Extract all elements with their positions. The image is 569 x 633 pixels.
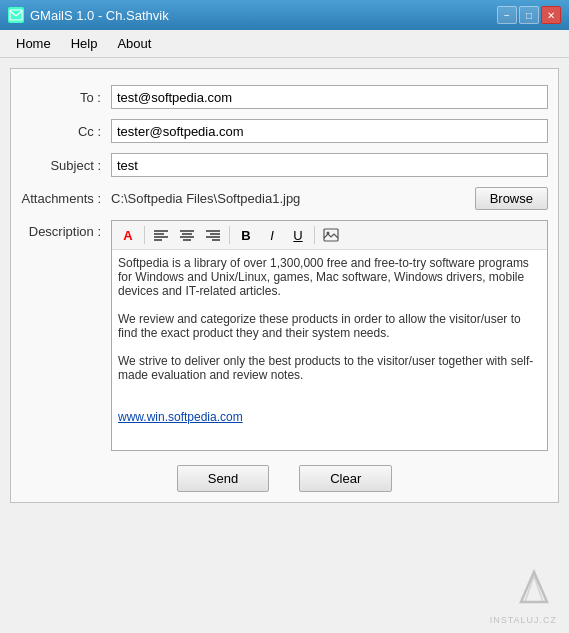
to-label: To :	[21, 90, 111, 105]
maximize-button[interactable]: □	[519, 6, 539, 24]
window-controls: − □ ✕	[497, 6, 561, 24]
align-left-button[interactable]	[149, 224, 173, 246]
subject-input[interactable]	[111, 153, 548, 177]
browse-button[interactable]: Browse	[475, 187, 548, 210]
menu-bar: Home Help About	[0, 30, 569, 58]
toolbar-sep-2	[229, 226, 230, 244]
editor-toolbar: A B I U	[112, 221, 547, 250]
toolbar-sep-1	[144, 226, 145, 244]
align-right-button[interactable]	[201, 224, 225, 246]
underline-button[interactable]: U	[286, 224, 310, 246]
image-button[interactable]	[319, 224, 343, 246]
attachment-label: Attachments :	[21, 191, 111, 206]
cc-label: Cc :	[21, 124, 111, 139]
bottom-buttons: Send Clear	[21, 465, 548, 492]
to-row: To :	[21, 85, 548, 109]
attachment-path: C:\Softpedia Files\Softpedia1.jpg	[111, 191, 465, 206]
italic-button[interactable]: I	[260, 224, 284, 246]
minimize-button[interactable]: −	[497, 6, 517, 24]
close-button[interactable]: ✕	[541, 6, 561, 24]
align-center-button[interactable]	[175, 224, 199, 246]
watermark: INSTALUJ.CZ	[490, 566, 557, 625]
cc-row: Cc :	[21, 119, 548, 143]
watermark-logo	[511, 566, 557, 612]
title-bar-left: GMailS 1.0 - Ch.Sathvik	[8, 7, 169, 23]
watermark-text: INSTALUJ.CZ	[490, 615, 557, 625]
description-editor: A B I U Sof	[111, 220, 548, 451]
font-color-button[interactable]: A	[116, 224, 140, 246]
menu-home[interactable]: Home	[6, 32, 61, 55]
bold-button[interactable]: B	[234, 224, 258, 246]
app-icon	[8, 7, 24, 23]
menu-about[interactable]: About	[107, 32, 161, 55]
menu-help[interactable]: Help	[61, 32, 108, 55]
subject-label: Subject :	[21, 158, 111, 173]
svg-rect-0	[10, 10, 22, 20]
toolbar-sep-3	[314, 226, 315, 244]
to-input[interactable]	[111, 85, 548, 109]
attachment-row: Attachments : C:\Softpedia Files\Softped…	[21, 187, 548, 210]
window-title: GMailS 1.0 - Ch.Sathvik	[30, 8, 169, 23]
clear-button[interactable]: Clear	[299, 465, 392, 492]
title-bar: GMailS 1.0 - Ch.Sathvik − □ ✕	[0, 0, 569, 30]
main-panel: To : Cc : Subject : Attachments : C:\Sof…	[10, 68, 559, 503]
cc-input[interactable]	[111, 119, 548, 143]
description-content[interactable]: Softpedia is a library of over 1,300,000…	[112, 250, 547, 450]
description-label: Description :	[21, 220, 111, 239]
send-button[interactable]: Send	[177, 465, 269, 492]
description-section: Description : A B I U	[21, 220, 548, 451]
svg-rect-13	[324, 229, 338, 241]
subject-row: Subject :	[21, 153, 548, 177]
softpedia-link[interactable]: www.win.softpedia.com	[118, 410, 243, 424]
